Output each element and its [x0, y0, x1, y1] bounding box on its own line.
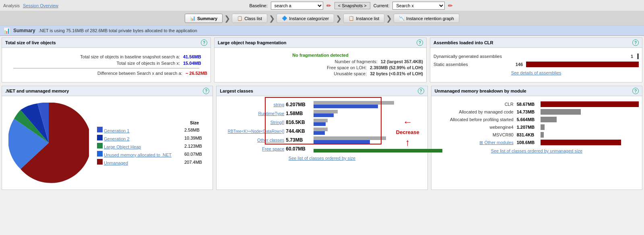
snapshots-nav-btn[interactable]: < Snapshots >	[334, 2, 370, 9]
retention-tab-icon: 📉	[399, 16, 405, 21]
pie-chart-body: Size Generation 1 2.58MB	[2, 96, 213, 190]
gen1-link[interactable]: Generation 1	[104, 128, 130, 133]
no-frag-text: No fragmentation detected	[218, 53, 423, 58]
legend-table: Size Generation 1 2.58MB	[95, 120, 206, 166]
pencil-current-icon[interactable]: ✏	[448, 2, 453, 9]
top-section: Total size of live objects ? Total size …	[0, 36, 644, 84]
baseline-select[interactable]: search a	[271, 2, 323, 10]
dynamic-asm-bar	[637, 54, 639, 59]
unmanaged-panel: Unmanaged memory breakdown by module ? C…	[431, 86, 642, 190]
assemblies-help-icon[interactable]: ?	[632, 39, 639, 46]
unmanaged-see-link[interactable]: See list of classes ordered by unmanaged…	[435, 148, 639, 153]
unmgd-bar-5	[541, 140, 621, 145]
unusable-value: 32 bytes (<0.01% of LOH)	[370, 71, 423, 76]
fragmentation-panel: Large object heap fragmentation ? No fra…	[214, 37, 427, 82]
class-size-4: 5.73MB	[286, 137, 312, 143]
class-link-3[interactable]: RBTree<K>+Node<DataRow>[]	[220, 129, 284, 134]
session-overview-link[interactable]: Session Overview	[23, 3, 58, 8]
class-bar-5	[314, 145, 398, 153]
instance-list-tab-icon: 📋	[349, 16, 354, 21]
largest-classes-body: string 6.207MB RuntimeType 1.58MB String…	[217, 96, 427, 164]
other-modules-link[interactable]: Other modules	[485, 140, 514, 145]
tab-instance-list[interactable]: 📋 Instance list	[343, 14, 384, 23]
legend-row-1: Generation 2 10.39MB	[95, 134, 206, 142]
legend-label-1: Generation 2	[95, 134, 183, 142]
pie-chart-title: .NET and unmanaged memory	[5, 89, 69, 93]
pie-legend: Size Generation 1 2.58MB	[95, 120, 206, 166]
bottom-section: .NET and unmanaged memory ?	[0, 84, 644, 192]
pie-container: Size Generation 1 2.58MB	[5, 99, 209, 186]
fragmentation-help-icon[interactable]: ?	[417, 39, 423, 46]
legend-label-0: Generation 1	[95, 126, 183, 134]
analysis-label: Analysis	[3, 3, 20, 8]
class-link-4[interactable]: Other classes	[220, 138, 284, 142]
loh-link[interactable]: Large Object Heap	[104, 144, 141, 149]
legend-color-1	[97, 135, 103, 140]
unmanaged-help-icon[interactable]: ?	[632, 88, 639, 94]
unmanaged-link[interactable]: Unmanaged	[104, 161, 128, 165]
pie-chart-header: .NET and unmanaged memory ?	[2, 86, 213, 96]
legend-header-blank	[95, 120, 183, 126]
total-size-help-icon[interactable]: ?	[201, 39, 207, 46]
unmgd-bar-1	[541, 109, 581, 115]
assemblies-see-link[interactable]: See details of assemblies	[433, 70, 639, 75]
class-size-1: 1.58MB	[286, 111, 312, 116]
unused-link[interactable]: Unused memory allocated to .NET	[104, 153, 171, 157]
unmgd-size-2: 5.664MB	[517, 117, 539, 122]
unmgd-label-1: Allocated by managed code	[435, 109, 515, 114]
class-row-2: String[] 816.5KB	[220, 119, 424, 126]
static-asm-label: Static assemblies	[433, 62, 511, 67]
tab-summary[interactable]: 📊 Summary	[185, 14, 223, 23]
largest-classes-help-icon[interactable]: ?	[418, 88, 424, 94]
fragments-value: 12 (largest 357.4KB)	[381, 59, 423, 64]
summary-tab-icon: 📊	[190, 16, 196, 21]
class-link-2[interactable]: String[]	[220, 120, 284, 125]
class-link-1[interactable]: RuntimeType	[220, 111, 284, 116]
unmgd-bar-4	[541, 132, 544, 138]
fragments-row: Number of fragments: 12 (largest 357.4KB…	[218, 59, 423, 64]
class-row-5: Free space 60.07MB	[220, 145, 424, 153]
legend-color-3	[97, 151, 103, 157]
classlist-tab-icon: 📋	[237, 16, 243, 21]
fragmentation-title: Large object heap fragmentation	[218, 40, 287, 45]
unmgd-size-3: 1.207MB	[517, 125, 539, 130]
tab-instance-cat[interactable]: 🔷 Instance categorizer	[277, 14, 334, 23]
baseline-size-value: 41.56MB	[183, 54, 207, 59]
decrease-label: Decrease	[396, 129, 419, 135]
tab-retention[interactable]: 📉 Instance retention graph	[394, 14, 459, 23]
unmgd-label-0: CLR	[435, 102, 515, 107]
unmanaged-header: Unmanaged memory breakdown by module ?	[431, 86, 642, 96]
unmgd-label-3: webengine4	[435, 125, 515, 130]
dynamic-asm-row: Dynamically generated assemblies 1	[433, 54, 639, 59]
unmgd-label-5: ⊞ Other modules	[435, 140, 515, 145]
pencil-baseline-icon[interactable]: ✏	[326, 2, 331, 9]
legend-row-4: Unmanaged 207.4MB	[95, 158, 206, 166]
baseline-size-row: Total size of objects in baseline snapsh…	[5, 54, 207, 59]
class-size-3: 744.4KB	[286, 128, 312, 134]
total-size-panel: Total size of live objects ? Total size …	[2, 37, 211, 82]
current-select[interactable]: Search x	[392, 2, 445, 10]
assemblies-panel: Assemblies loaded into CLR ? Dynamically…	[430, 37, 642, 82]
decrease-annotation: ← Decrease ↑	[396, 116, 419, 148]
other-modules-expand-icon[interactable]: ⊞	[479, 140, 483, 145]
class-link-0[interactable]: string	[220, 102, 284, 107]
current-size-value: 15.04MB	[183, 61, 207, 66]
class-size-5: 60.07MB	[286, 146, 312, 152]
legend-label-3: Unused memory allocated to .NET	[95, 150, 183, 158]
class-size-2: 816.5KB	[286, 120, 312, 125]
total-size-title: Total size of live objects	[5, 40, 56, 45]
gen2-link[interactable]: Generation 2	[104, 136, 130, 141]
summary-bar-icon: 📊	[3, 27, 10, 34]
pie-chart-help-icon[interactable]: ?	[203, 88, 209, 94]
unmgd-row-5: ⊞ Other modules 108.6MB	[435, 140, 639, 145]
static-asm-count: 146	[511, 62, 523, 67]
tab-classlist[interactable]: 📋 Class list	[232, 14, 267, 23]
class-link-5[interactable]: Free space	[220, 146, 284, 151]
pie-chart-svg	[8, 103, 89, 183]
summary-bar-title: Summary	[13, 28, 35, 33]
largest-classes-see-link[interactable]: See list of classes ordered by size	[220, 156, 424, 161]
pie-chart-panel: .NET and unmanaged memory ?	[2, 86, 213, 190]
arrow-4: ❯	[386, 14, 392, 23]
class-row-4: Other classes 5.73MB	[220, 136, 424, 144]
legend-color-4	[97, 159, 103, 165]
